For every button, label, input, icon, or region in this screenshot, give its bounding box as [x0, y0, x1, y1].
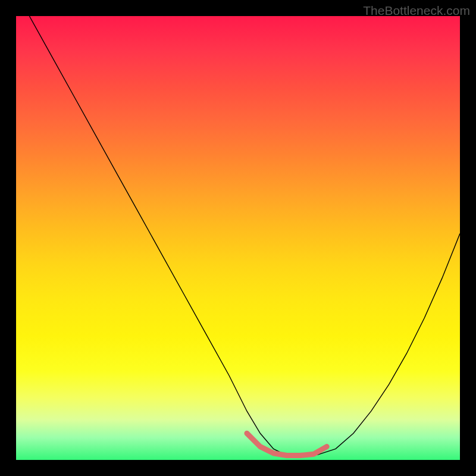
chart-plot-area	[16, 16, 460, 460]
bottleneck-curve-line	[29, 16, 460, 456]
site-watermark: TheBottleneck.com	[363, 4, 470, 18]
chart-svg	[16, 16, 460, 460]
optimal-zone-marker	[247, 433, 327, 455]
